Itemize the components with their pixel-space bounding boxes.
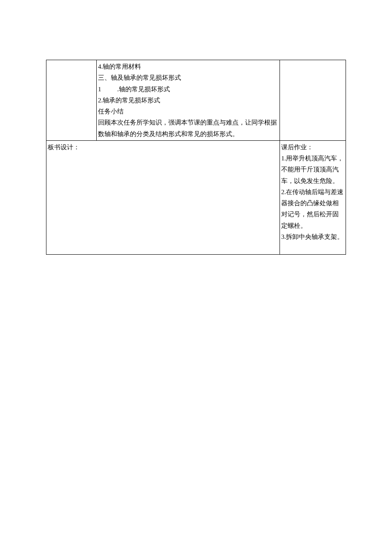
- homework-item-3: 3.拆卸中央轴承支架。: [281, 231, 344, 242]
- board-design-cell: 板书设计：: [46, 140, 280, 255]
- content-line-6: 回顾本次任务所学知识，强调本节课的重点与难点，让同学根据数轴和轴承的分类及结构形…: [98, 117, 278, 139]
- lesson-table: 4.轴的常用材料 三、轴及轴承的常见损坏形式 1 .轴的常见损坏形式 2.轴承的…: [46, 60, 346, 255]
- content-line-2: 三、轴及轴承的常见损坏形式: [98, 72, 278, 83]
- content-line-1: 4.轴的常用材料: [98, 61, 278, 72]
- board-design-label: 板书设计：: [48, 144, 80, 151]
- content-line-5: 任务小结: [98, 106, 278, 117]
- homework-item-2: 2.在传动轴后端与差速器接合的凸缘处做相对记号，然后松开固定螺栓。: [281, 186, 344, 231]
- homework-cell: 课后作业： 1.用举升机顶高汽车，不能用千斤顶顶高汽车，以免发生危险。 2.在传…: [280, 140, 346, 255]
- content-line-3: 1 .轴的常见损坏形式: [98, 84, 278, 95]
- row1-col3-empty: [280, 60, 346, 141]
- row1-col2-content: 4.轴的常用材料 三、轴及轴承的常见损坏形式 1 .轴的常见损坏形式 2.轴承的…: [97, 60, 280, 141]
- footer-row: 板书设计： 课后作业： 1.用举升机顶高汽车，不能用千斤顶顶高汽车，以免发生危险…: [46, 140, 346, 255]
- content-row: 4.轴的常用材料 三、轴及轴承的常见损坏形式 1 .轴的常见损坏形式 2.轴承的…: [46, 60, 346, 141]
- content-line-4: 2.轴承的常见损坏形式: [98, 95, 278, 106]
- homework-item-1: 1.用举升机顶高汽车，不能用千斤顶顶高汽车，以免发生危险。: [281, 153, 344, 186]
- row1-col1-empty: [46, 60, 97, 141]
- homework-label: 课后作业：: [281, 142, 344, 153]
